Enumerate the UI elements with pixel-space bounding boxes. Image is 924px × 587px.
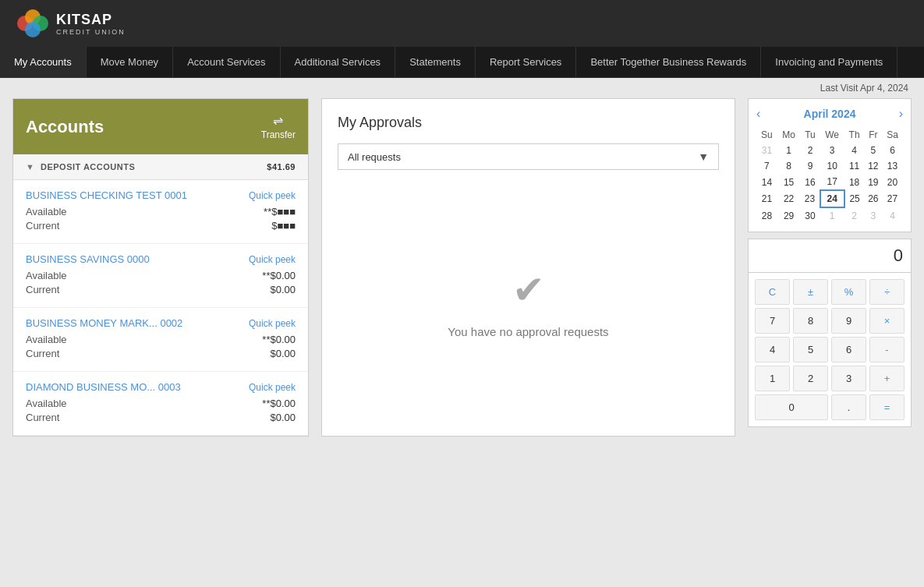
calc-buttons: C±%÷789×456-123+0.= <box>755 279 905 420</box>
approvals-dropdown[interactable]: All requests ▼ <box>338 143 719 170</box>
calendar-day[interactable]: 1 <box>777 143 800 158</box>
calc-button-sym[interactable]: × <box>869 308 905 334</box>
account-item-3: DIAMOND BUSINESS MO... 0003Quick peekAva… <box>13 372 308 436</box>
current-value-2: $0.00 <box>270 348 296 359</box>
quick-peek-button-3[interactable]: Quick peek <box>249 382 296 393</box>
transfer-button[interactable]: ⇌ Transfer <box>261 113 296 140</box>
current-value-1: $0.00 <box>270 284 296 295</box>
calendar-day[interactable]: 9 <box>800 158 820 174</box>
quick-peek-button-2[interactable]: Quick peek <box>249 318 296 329</box>
calc-button-5[interactable]: 5 <box>793 337 828 362</box>
calc-button-6[interactable]: 6 <box>831 337 866 362</box>
calendar-prev-button[interactable]: ‹ <box>756 107 760 121</box>
account-name-1[interactable]: BUSINESS SAVINGS 0000 <box>26 253 150 265</box>
calc-button-sym[interactable]: - <box>869 337 905 362</box>
calendar-day[interactable]: 4 <box>882 207 903 224</box>
calendar-day[interactable]: 18 <box>844 174 865 190</box>
calc-button-sym[interactable]: % <box>831 279 866 305</box>
available-label-1: Available <box>26 270 67 281</box>
calendar-day[interactable]: 1 <box>820 207 844 224</box>
calendar-day-header: Tu <box>800 127 820 143</box>
nav-item-invoicing-and-payments[interactable]: Invoicing and Payments <box>761 47 897 77</box>
calendar-day[interactable]: 5 <box>865 143 883 158</box>
calendar-day[interactable]: 2 <box>844 207 865 224</box>
calc-button-4[interactable]: 4 <box>755 337 790 362</box>
current-label-2: Current <box>26 348 59 359</box>
nav-item-better-together-business-rewards[interactable]: Better Together Business Rewards <box>576 47 761 77</box>
approvals-empty-state: ✔ You have no approval requests <box>338 186 719 420</box>
calendar-day[interactable]: 7 <box>756 158 777 174</box>
calendar-day[interactable]: 6 <box>882 143 903 158</box>
calc-button-C[interactable]: C <box>755 279 790 305</box>
calc-button-9[interactable]: 9 <box>831 308 866 334</box>
transfer-label: Transfer <box>261 129 296 140</box>
transfer-icon: ⇌ <box>273 113 283 128</box>
calendar-day[interactable]: 25 <box>844 190 865 207</box>
calc-button-1[interactable]: 1 <box>755 366 790 391</box>
account-name-3[interactable]: DIAMOND BUSINESS MO... 0003 <box>26 381 181 393</box>
logo: KITSAP CREDIT UNION <box>16 8 126 39</box>
quick-peek-button-1[interactable]: Quick peek <box>249 254 296 265</box>
calc-button-2[interactable]: 2 <box>793 366 828 391</box>
nav-item-account-services[interactable]: Account Services <box>173 47 280 77</box>
calc-button-sym[interactable]: ± <box>793 279 828 305</box>
accounts-header: Accounts ⇌ Transfer <box>13 99 308 154</box>
checkmark-icon: ✔ <box>512 267 545 313</box>
calendar-day[interactable]: 8 <box>777 158 800 174</box>
calendar-grid: SuMoTuWeThFrSa31123456789101112131415161… <box>756 127 903 224</box>
accounts-title: Accounts <box>26 117 104 137</box>
approvals-panel: My Approvals All requests ▼ ✔ You have n… <box>321 98 735 437</box>
calendar-next-button[interactable]: › <box>899 107 903 121</box>
calc-button-sym[interactable]: ÷ <box>869 279 905 305</box>
calendar-day[interactable]: 16 <box>800 174 820 190</box>
calendar-day[interactable]: 27 <box>882 190 903 207</box>
no-approvals-message: You have no approval requests <box>448 325 608 338</box>
nav-item-my-accounts[interactable]: My Accounts <box>0 47 87 77</box>
calendar-day[interactable]: 14 <box>756 174 777 190</box>
calendar-day[interactable]: 13 <box>882 158 903 174</box>
calendar-day[interactable]: 26 <box>865 190 883 207</box>
calculator-display: 0 <box>748 239 912 272</box>
calendar-day[interactable]: 29 <box>777 207 800 224</box>
calc-button-3[interactable]: 3 <box>831 366 866 391</box>
nav-item-statements[interactable]: Statements <box>395 47 476 77</box>
calendar-day[interactable]: 10 <box>820 158 844 174</box>
calc-button-sym[interactable]: + <box>869 366 905 391</box>
calendar-day[interactable]: 3 <box>865 207 883 224</box>
calendar-day-header: Th <box>844 127 865 143</box>
calendar-widget: ‹ April 2024 › SuMoTuWeThFrSa31123456789… <box>748 98 912 232</box>
calc-button-8[interactable]: 8 <box>793 308 828 334</box>
calendar-day[interactable]: 19 <box>865 174 883 190</box>
calendar-day[interactable]: 31 <box>756 143 777 158</box>
accounts-list: BUSINESS CHECKING TEST 0001Quick peekAva… <box>13 180 308 436</box>
calendar-day[interactable]: 22 <box>777 190 800 207</box>
calendar-day[interactable]: 15 <box>777 174 800 190</box>
calendar-day[interactable]: 11 <box>844 158 865 174</box>
calc-button-0[interactable]: 0 <box>755 394 828 420</box>
calendar-day[interactable]: 24 <box>820 190 844 207</box>
calendar-day[interactable]: 17 <box>820 174 844 190</box>
calendar-day[interactable]: 28 <box>756 207 777 224</box>
dropdown-arrow-icon: ▼ <box>698 150 709 163</box>
nav-item-move-money[interactable]: Move Money <box>87 47 173 77</box>
calc-button-sym[interactable]: . <box>831 394 866 420</box>
calendar-day[interactable]: 12 <box>865 158 883 174</box>
account-name-0[interactable]: BUSINESS CHECKING TEST 0001 <box>26 189 187 201</box>
calendar-day[interactable]: 30 <box>800 207 820 224</box>
calendar-day-header: Fr <box>865 127 883 143</box>
calendar-day[interactable]: 23 <box>800 190 820 207</box>
calc-button-7[interactable]: 7 <box>755 308 790 334</box>
account-name-2[interactable]: BUSINESS MONEY MARK... 0002 <box>26 317 182 329</box>
quick-peek-button-0[interactable]: Quick peek <box>249 190 296 201</box>
main-nav: My AccountsMove MoneyAccount ServicesAdd… <box>0 47 924 78</box>
calendar-day[interactable]: 21 <box>756 190 777 207</box>
calendar-day[interactable]: 4 <box>844 143 865 158</box>
calc-button-sym[interactable]: = <box>869 394 905 420</box>
calendar-day[interactable]: 3 <box>820 143 844 158</box>
nav-item-report-services[interactable]: Report Services <box>476 47 576 77</box>
logo-sub: CREDIT UNION <box>56 28 126 36</box>
calendar-day[interactable]: 20 <box>882 174 903 190</box>
calendar-day[interactable]: 2 <box>800 143 820 158</box>
available-label-0: Available <box>26 206 67 217</box>
nav-item-additional-services[interactable]: Additional Services <box>281 47 396 77</box>
